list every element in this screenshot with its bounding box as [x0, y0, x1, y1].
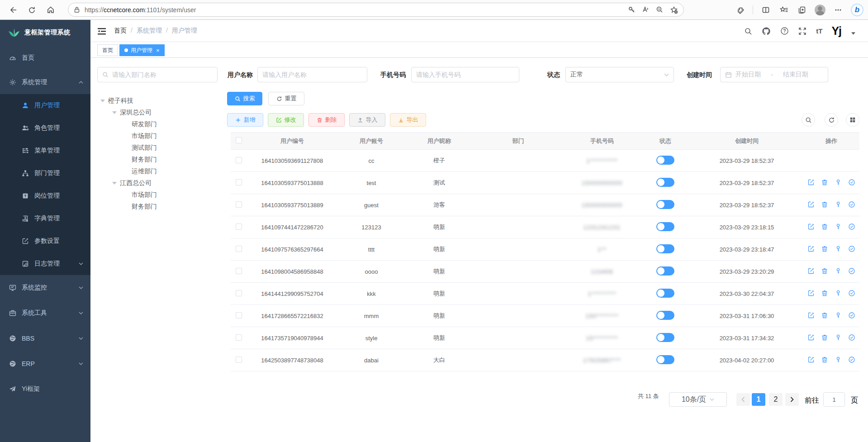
sidebar-item-yi-framework[interactable]: Yi框架	[0, 376, 90, 402]
row-checkbox[interactable]	[236, 157, 242, 163]
assign-role-check-icon[interactable]	[848, 267, 855, 275]
sidebar-item-post-mgmt[interactable]: 岗位管理	[0, 185, 90, 207]
tree-node[interactable]: 研发部门	[97, 119, 222, 130]
edit-icon[interactable]	[807, 179, 815, 186]
username-input[interactable]	[257, 67, 367, 82]
reset-password-key-icon[interactable]	[835, 201, 842, 208]
browser-refresh-button[interactable]	[26, 5, 37, 15]
delete-icon[interactable]	[821, 179, 828, 186]
edit-icon[interactable]	[807, 245, 815, 252]
sidebar-item-user-mgmt[interactable]: 用户管理	[0, 94, 90, 117]
sidebar-fold-icon[interactable]	[97, 26, 107, 36]
phone-field[interactable]	[416, 71, 514, 78]
delete-icon[interactable]	[821, 201, 828, 208]
assign-role-check-icon[interactable]	[848, 179, 855, 186]
sidebar-item-home[interactable]: 首页	[0, 45, 90, 71]
delete-icon[interactable]	[821, 356, 828, 363]
tree-node[interactable]: 财务部门	[97, 154, 222, 166]
goto-page-input[interactable]	[823, 392, 845, 407]
github-icon[interactable]	[762, 27, 771, 36]
edit-icon[interactable]	[807, 356, 815, 363]
edit-icon[interactable]	[807, 267, 815, 275]
delete-icon[interactable]	[821, 312, 828, 319]
breadcrumb-home[interactable]: 首页	[114, 27, 127, 35]
zoom-out-icon[interactable]	[656, 6, 664, 14]
import-button[interactable]: 导入	[349, 113, 385, 127]
sidebar-item-bbs[interactable]: BBS	[0, 326, 90, 351]
sidebar-item-erp[interactable]: ERP	[0, 351, 90, 376]
delete-button[interactable]: 删除	[308, 113, 345, 127]
edit-icon[interactable]	[807, 334, 815, 341]
status-toggle[interactable]	[656, 289, 674, 298]
tree-node[interactable]: 运维部门	[97, 166, 222, 177]
tree-node[interactable]: 橙子科技	[97, 95, 222, 107]
tree-node[interactable]: 财务部门	[97, 201, 222, 213]
edit-icon[interactable]	[807, 223, 815, 230]
dept-search-input[interactable]	[97, 67, 218, 82]
reset-password-key-icon[interactable]	[835, 267, 842, 275]
browser-back-button[interactable]	[7, 5, 18, 15]
assign-role-check-icon[interactable]	[848, 312, 855, 319]
row-checkbox[interactable]	[236, 179, 242, 185]
search-icon[interactable]	[744, 27, 753, 36]
extensions-icon[interactable]	[735, 5, 745, 15]
user-logo[interactable]: Yj	[831, 25, 841, 37]
edit-icon[interactable]	[807, 312, 815, 319]
status-toggle[interactable]	[656, 178, 674, 187]
delete-icon[interactable]	[821, 267, 828, 275]
tab-home[interactable]: 首页	[97, 44, 118, 56]
tree-node[interactable]: 江西总公司	[97, 177, 222, 189]
delete-icon[interactable]	[821, 223, 828, 230]
status-toggle[interactable]	[656, 355, 674, 364]
status-toggle[interactable]	[656, 244, 674, 253]
delete-icon[interactable]	[821, 245, 828, 252]
search-button[interactable]: 搜索	[227, 92, 262, 105]
page-button-2[interactable]: 2	[769, 393, 783, 406]
address-bar[interactable]: https://ccnetcore.com:1101/system/user	[68, 3, 684, 17]
reset-password-key-icon[interactable]	[835, 290, 842, 297]
sidebar-item-system-tools[interactable]: 系统工具	[0, 300, 90, 326]
delete-icon[interactable]	[821, 290, 828, 297]
reset-password-key-icon[interactable]	[835, 179, 842, 186]
date-range-picker[interactable]: 开始日期 - 结束日期	[720, 67, 828, 82]
assign-role-check-icon[interactable]	[848, 245, 855, 252]
sidebar-item-system-monitor[interactable]: 系统监控	[0, 275, 90, 300]
sidebar-item-role-mgmt[interactable]: 角色管理	[0, 117, 90, 139]
add-button[interactable]: 新增	[227, 113, 263, 127]
reset-password-key-icon[interactable]	[835, 356, 842, 363]
status-toggle[interactable]	[656, 311, 674, 320]
row-checkbox[interactable]	[236, 223, 242, 230]
assign-role-check-icon[interactable]	[848, 290, 855, 297]
prev-page-button[interactable]	[736, 393, 750, 406]
phone-input[interactable]	[411, 67, 519, 82]
status-toggle[interactable]	[656, 333, 674, 342]
help-icon[interactable]	[780, 27, 789, 36]
row-checkbox[interactable]	[236, 246, 242, 252]
dept-search-field[interactable]	[112, 71, 213, 78]
reset-button[interactable]: 重置	[268, 92, 304, 105]
settings-more-icon[interactable]	[833, 5, 844, 15]
row-checkbox[interactable]	[236, 334, 242, 341]
profile-avatar[interactable]	[815, 5, 825, 15]
next-page-button[interactable]	[785, 393, 799, 406]
delete-icon[interactable]	[821, 334, 828, 341]
sidebar-item-dept-mgmt[interactable]: 部门管理	[0, 162, 90, 185]
sidebar-item-system-mgmt[interactable]: 系统管理	[0, 71, 90, 94]
export-button[interactable]: 导出	[390, 113, 426, 127]
tree-node[interactable]: 深圳总公司	[97, 107, 222, 119]
edit-icon[interactable]	[807, 201, 815, 208]
favorites-icon[interactable]	[778, 5, 789, 15]
add-favorite-icon[interactable]	[670, 6, 678, 14]
page-size-select[interactable]: 10条/页	[669, 392, 727, 407]
select-all-checkbox[interactable]	[236, 137, 242, 143]
status-toggle[interactable]	[656, 156, 674, 165]
split-screen-icon[interactable]	[760, 5, 771, 15]
modify-button[interactable]: 修改	[268, 113, 304, 127]
status-toggle[interactable]	[656, 222, 674, 231]
reset-password-key-icon[interactable]	[835, 312, 842, 319]
username-field[interactable]	[262, 71, 362, 78]
sidebar-item-log-mgmt[interactable]: 日志管理	[0, 252, 90, 275]
tree-node[interactable]: 市场部门	[97, 130, 222, 142]
sidebar-item-param-settings[interactable]: 参数设置	[0, 230, 90, 252]
tab-close-icon[interactable]: ×	[156, 47, 160, 54]
